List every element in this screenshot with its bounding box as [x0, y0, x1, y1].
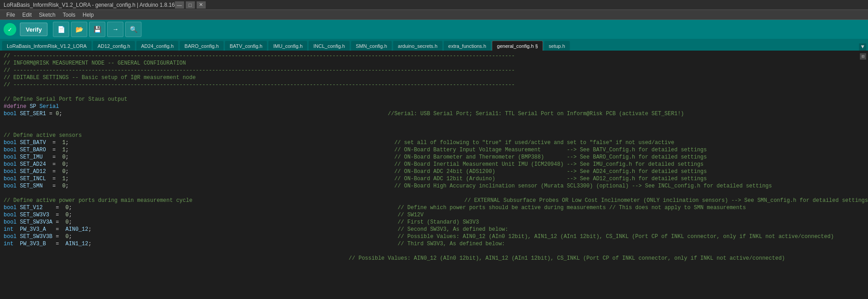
upload-button[interactable]: → [107, 22, 123, 37]
code-line: // -------------------------------------… [0, 67, 868, 74]
code-line: bool SET_SW3V3A = 0; // First (Standard)… [0, 219, 868, 226]
code-line: // EDITABLE SETTINGS -- Basic setup of I… [0, 74, 868, 81]
title-bar-text: LoRaBasis_InformRisk_V1.2_LORA - general… [4, 2, 175, 8]
minimize-button[interactable]: — [175, 1, 184, 9]
tab-ad12[interactable]: AD12_config.h [93, 41, 135, 51]
code-line: // -------------------------------------… [0, 81, 868, 89]
close-button[interactable]: ✕ [197, 1, 206, 9]
code-line: bool SET_INCL = 1; // ON-Board ADC 12bit… [0, 175, 868, 182]
menu-file[interactable]: File [3, 11, 19, 19]
new-button[interactable]: 📄 [53, 22, 69, 37]
code-line: bool SET_SMN = 0; // ON-Board High Accur… [0, 182, 868, 190]
tab-secrets[interactable]: arduino_secrets.h [393, 41, 442, 51]
code-line: bool SET_V12 = 0; // Define which power … [0, 204, 868, 211]
save-button[interactable]: 💾 [89, 22, 105, 37]
menu-edit[interactable]: Edit [19, 11, 35, 19]
code-line: bool SET_AD24 = 0; // ON-Board Inertial … [0, 161, 868, 168]
code-line: bool SET_BATV = 1; // set all of followi… [0, 139, 868, 146]
tab-incl[interactable]: INCL_config.h [308, 41, 350, 51]
code-line: // Possible Values: AIN0_12 (AIn0 12bit)… [0, 255, 868, 262]
tab-imu[interactable]: IMU_config.h [268, 41, 307, 51]
code-line: int PW_3V3_A = AIN0_12; // Second SW3V3,… [0, 226, 868, 233]
code-line [0, 248, 868, 255]
code-line [0, 125, 868, 132]
code-line: int PW_3V3_B = AIN1_12; // Third SW3V3, … [0, 240, 868, 248]
open-button[interactable]: 📂 [71, 22, 87, 37]
code-line [0, 190, 868, 197]
code-line: // INFORM@RISK MEASUREMENT NODE -- GENER… [0, 60, 868, 67]
expand-panel-button[interactable]: ⊞ [860, 53, 866, 60]
tab-extra[interactable]: extra_functions.h [443, 41, 491, 51]
code-line [0, 89, 868, 96]
tab-main[interactable]: LoRaBasis_InformRisk_V1.2_LORA [2, 41, 92, 51]
tabs-expand-button[interactable]: ▼ [859, 43, 866, 51]
tab-batv[interactable]: BATV_config.h [225, 41, 268, 51]
toolbar: ✓ Verify 📄 📂 💾 → 🔍 [0, 20, 868, 39]
tabs-bar: LoRaBasis_InformRisk_V1.2_LORA AD12_conf… [0, 39, 868, 51]
tab-setup[interactable]: setup.h [544, 41, 570, 51]
code-line: bool SET_SW3V3 = 0; // SW12V [0, 211, 868, 219]
title-bar: LoRaBasis_InformRisk_V1.2_LORA - general… [0, 0, 868, 10]
code-line: #define SP Serial [0, 103, 868, 110]
menu-tools[interactable]: Tools [59, 11, 79, 19]
code-line: bool SET_IMU = 0; // ON-Board Barometer … [0, 154, 868, 161]
tab-smn[interactable]: SMN_config.h [351, 41, 392, 51]
code-line: // Define active sensors [0, 132, 868, 139]
title-bar-controls: — □ ✕ [175, 1, 206, 9]
code-line: bool SET_SER1 = 0; //Serial: USB Serial … [0, 110, 868, 117]
tab-baro[interactable]: BARO_config.h [179, 41, 224, 51]
menu-sketch[interactable]: Sketch [35, 11, 59, 19]
menu-help[interactable]: Help [79, 11, 98, 19]
serial-monitor-button[interactable]: 🔍 [125, 22, 142, 37]
code-line: bool SET_AD12 = 0; // ON-Board ADC 24bit… [0, 168, 868, 175]
tab-ad24[interactable]: AD24_config.h [136, 41, 179, 51]
maximize-button[interactable]: □ [186, 1, 195, 9]
code-line: // Define active power ports during main… [0, 197, 868, 204]
verify-icon: ✓ [4, 23, 16, 36]
tab-general-config[interactable]: general_config.h § [492, 41, 543, 51]
code-editor[interactable]: ⊞ // -----------------------------------… [0, 51, 868, 299]
code-line: // Define Serial Port for Staus output [0, 96, 868, 103]
menu-bar: File Edit Sketch Tools Help [0, 10, 868, 20]
code-line: bool SET_BARO = 1; // ON-Board Battery I… [0, 146, 868, 154]
code-line: bool SET_SW3V3B = 0; // Possible Values:… [0, 233, 868, 240]
verify-button[interactable]: Verify [20, 23, 47, 36]
code-line: // -------------------------------------… [0, 52, 868, 60]
code-line [0, 117, 868, 125]
